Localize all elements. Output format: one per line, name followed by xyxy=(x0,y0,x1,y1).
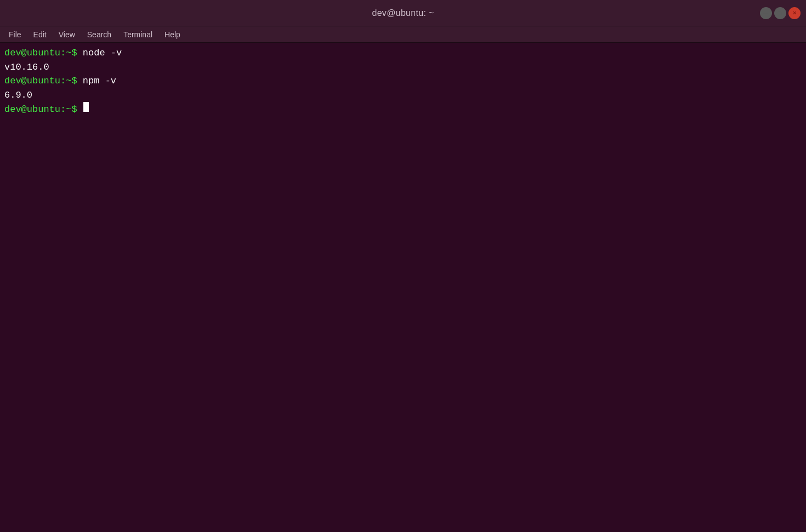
menu-item-view[interactable]: View xyxy=(53,29,81,41)
terminal-line-1: dev@ubuntu:~$ node -v xyxy=(4,46,802,60)
prompt-2: dev@ubuntu:~$ xyxy=(4,74,83,88)
title-bar: dev@ubuntu: ~ ─ □ xyxy=(0,0,806,26)
minimize-button[interactable]: ─ xyxy=(760,7,772,19)
window-controls: ─ □ xyxy=(760,7,801,19)
cursor xyxy=(83,102,89,112)
command-2: npm -v xyxy=(83,74,116,88)
terminal-window: dev@ubuntu: ~ ─ □ File Edit View Search … xyxy=(0,0,806,532)
terminal-line-4: 6.9.0 xyxy=(4,88,802,103)
terminal-line-3: dev@ubuntu:~$ npm -v xyxy=(4,74,802,88)
maximize-icon: □ xyxy=(779,10,782,16)
prompt-1: dev@ubuntu:~$ xyxy=(4,46,83,60)
terminal-body[interactable]: dev@ubuntu:~$ node -v v10.16.0 dev@ubunt… xyxy=(0,43,806,532)
menu-bar: File Edit View Search Terminal Help xyxy=(0,26,806,43)
minimize-icon: ─ xyxy=(764,10,768,16)
prompt-active: dev@ubuntu:~$ xyxy=(4,103,83,117)
output-2: 6.9.0 xyxy=(4,88,32,103)
menu-item-edit[interactable]: Edit xyxy=(28,29,52,41)
maximize-button[interactable]: □ xyxy=(774,7,786,19)
terminal-line-active: dev@ubuntu:~$ xyxy=(4,102,802,117)
terminal-line-2: v10.16.0 xyxy=(4,60,802,75)
menu-item-search[interactable]: Search xyxy=(82,29,117,41)
window-title: dev@ubuntu: ~ xyxy=(372,8,434,18)
menu-item-help[interactable]: Help xyxy=(159,29,186,41)
menu-item-file[interactable]: File xyxy=(3,29,27,41)
close-button[interactable] xyxy=(788,7,801,19)
menu-item-terminal[interactable]: Terminal xyxy=(118,29,158,41)
command-1: node -v xyxy=(83,46,122,60)
output-1: v10.16.0 xyxy=(4,60,49,75)
